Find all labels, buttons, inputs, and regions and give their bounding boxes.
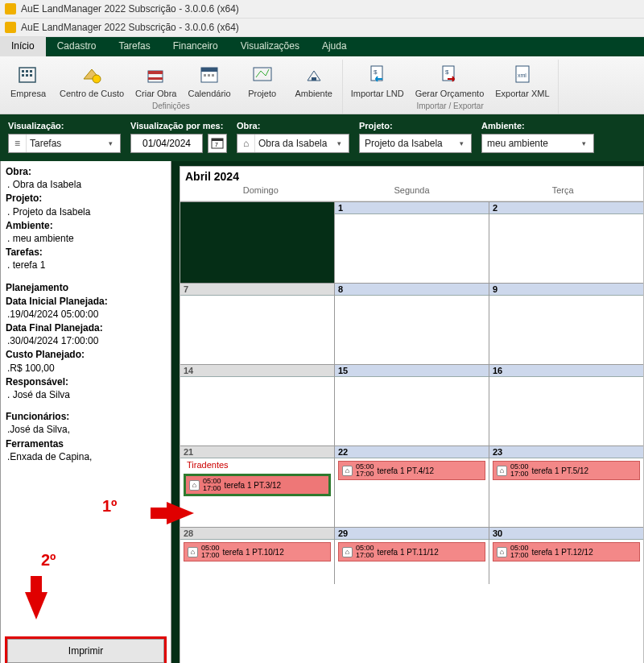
gerar-orcamento-button[interactable]: $Gerar Orçamento (415, 61, 485, 98)
details-sidebar: Obra:. Obra da Isabela Projeto:. Projeto… (0, 161, 171, 663)
ambiente-select[interactable]: meu ambiente ▾ (481, 134, 594, 153)
window-title-1: AuE LandManager 2022 Subscrição - 3.0.0.… (21, 3, 239, 15)
app-icon (5, 3, 16, 15)
svg-rect-12 (201, 68, 217, 72)
content-area: Obra:. Obra da Isabela Projeto:. Projeto… (0, 161, 644, 663)
svg-rect-9 (148, 71, 163, 74)
calendar-cell[interactable]: 7 (180, 284, 335, 364)
calendar-cell[interactable]: 15 (335, 365, 489, 445)
tab-tarefas[interactable]: Tarefas (107, 37, 161, 56)
calendar-event[interactable]: ⌂ 05:0017:00 terefa 1 PT.11/12 (338, 542, 485, 561)
centro-custo-button[interactable]: Centro de Custo (60, 61, 124, 98)
svg-point-7 (93, 75, 101, 83)
tab-inicio[interactable]: Início (0, 37, 46, 56)
calendar-icon (196, 61, 222, 87)
filter-bar: Visualização: ≡ Tarefas ▾ Visualização p… (0, 114, 644, 161)
create-work-icon (143, 61, 169, 87)
window-title-2: AuE LandManager 2022 Subscrição - 3.0.0.… (21, 22, 239, 33)
svg-rect-3 (30, 70, 32, 73)
calendar-event[interactable]: ⌂ 05:0017:00 terefa 1 PT.10/12 (184, 542, 331, 561)
projeto-button[interactable]: Projeto (242, 61, 283, 98)
calendar-month: Abril 2024 (185, 170, 638, 183)
building-icon (15, 61, 41, 87)
obra-label: Obra: (237, 121, 349, 131)
tab-visualizacoes[interactable]: Visualizações (229, 37, 311, 56)
importar-lnd-button[interactable]: $Importar LND (351, 61, 404, 98)
calendar-event[interactable]: ⌂ 05:0017:00 terefa 1 PT.12/12 (493, 542, 640, 561)
calendar-cell[interactable]: 14 (180, 365, 335, 445)
svg-rect-4 (22, 74, 24, 77)
import-icon: $ (365, 61, 390, 87)
chevron-down-icon: ▾ (337, 139, 349, 147)
calendar-cell[interactable]: 21 Tiradentes ⌂ 05:0017:00 terefa 1 PT.3… (180, 446, 335, 527)
svg-text:$: $ (374, 68, 378, 76)
imprimir-button[interactable]: Imprimir (7, 639, 164, 663)
home-icon: ⌂ (188, 547, 198, 557)
svg-rect-17 (312, 77, 316, 81)
svg-rect-5 (26, 74, 28, 77)
visualizacao-label: Visualização: (8, 121, 121, 131)
chevron-down-icon: ▾ (109, 139, 120, 147)
window-titlebar-1: AuE LandManager 2022 Subscrição - 3.0.0.… (0, 0, 644, 19)
month-input[interactable] (130, 134, 203, 153)
calendar-cell[interactable]: 28 ⌂ 05:0017:00 terefa 1 PT.10/12 (180, 528, 335, 584)
exportar-xml-button[interactable]: xmlExportar XML (495, 61, 549, 98)
holiday-label: Tiradentes (180, 458, 334, 471)
ambiente-button[interactable]: Ambiente (294, 61, 334, 98)
annotation-2: 2º (41, 549, 56, 571)
calendar-cell[interactable]: 23 ⌂ 05:0017:00 terefa 1 PT.5/12 (489, 446, 643, 527)
calendar-picker-button[interactable]: 7 (208, 134, 227, 153)
vis-mes-label: Visualização por mes: (130, 121, 227, 131)
menubar: Início Cadastro Tarefas Financeiro Visua… (0, 37, 644, 56)
ribbon-group-importexport: $Importar LND $Gerar Orçamento xmlExport… (343, 60, 559, 114)
ribbon-group-definicoes: Empresa Centro de Custo Criar Obra Calen… (0, 60, 343, 114)
svg-text:xml: xml (518, 73, 526, 78)
tab-financeiro[interactable]: Financeiro (162, 37, 229, 56)
list-icon: ≡ (9, 135, 27, 152)
svg-rect-13 (204, 74, 206, 77)
calendar-cell[interactable]: 22 ⌂ 05:0017:00 terefa 1 PT.4/12 (335, 446, 489, 527)
calendario-button[interactable]: Calendário (188, 61, 230, 98)
calendar-cell[interactable]: 2 (489, 202, 643, 283)
calendar-cell[interactable]: 30 ⌂ 05:0017:00 terefa 1 PT.12/12 (489, 528, 643, 584)
home-icon: ⌂ (342, 547, 353, 557)
chevron-down-icon: ▾ (460, 139, 471, 147)
calendar-cell[interactable]: 16 (489, 365, 643, 445)
chevron-down-icon: ▾ (582, 139, 593, 147)
arrow-down-icon (25, 592, 47, 619)
calendar-cell[interactable]: 8 (335, 284, 489, 364)
calendar-cell[interactable]: 9 (489, 284, 643, 364)
projeto-select[interactable]: Projeto da Isabela ▾ (359, 134, 472, 153)
svg-text:7: 7 (215, 142, 218, 147)
calendar-panel: Abril 2024 Domingo Segunda Terça 1 2 7 8… (171, 161, 644, 663)
svg-rect-15 (212, 74, 214, 77)
cost-center-icon (79, 61, 105, 87)
budget-icon: $ (436, 61, 462, 87)
svg-rect-25 (212, 139, 223, 141)
calendar-cell[interactable] (180, 202, 335, 283)
svg-text:$: $ (445, 68, 449, 76)
calendar-event[interactable]: ⌂ 05:0017:00 terefa 1 PT.5/12 (493, 461, 640, 480)
app-icon (5, 22, 16, 33)
criar-obra-button[interactable]: Criar Obra (135, 61, 176, 98)
svg-rect-6 (30, 74, 32, 77)
home-icon: ⌂ (237, 135, 255, 152)
home-icon: ⌂ (497, 547, 507, 557)
project-icon (250, 61, 275, 87)
window-titlebar-2: AuE LandManager 2022 Subscrição - 3.0.0.… (0, 19, 644, 37)
svg-rect-10 (148, 77, 163, 80)
tab-ajuda[interactable]: Ajuda (311, 37, 358, 56)
tab-cadastro[interactable]: Cadastro (46, 37, 108, 56)
environment-icon (301, 61, 327, 87)
home-icon: ⌂ (342, 466, 353, 476)
calendar-event-selected[interactable]: ⌂ 05:0017:00 terefa 1 PT.3/12 (184, 474, 331, 496)
visualizacao-select[interactable]: ≡ Tarefas ▾ (8, 134, 121, 153)
svg-rect-2 (26, 70, 28, 73)
home-icon: ⌂ (189, 480, 200, 491)
calendar-event[interactable]: ⌂ 05:0017:00 terefa 1 PT.4/12 (338, 461, 485, 480)
obra-select[interactable]: ⌂ Obra da Isabela ▾ (237, 134, 349, 153)
empresa-button[interactable]: Empresa (8, 61, 48, 98)
calendar-cell[interactable]: 29 ⌂ 05:0017:00 terefa 1 PT.11/12 (335, 528, 489, 584)
ribbon: Empresa Centro de Custo Criar Obra Calen… (0, 56, 644, 114)
calendar-cell[interactable]: 1 (335, 202, 489, 283)
